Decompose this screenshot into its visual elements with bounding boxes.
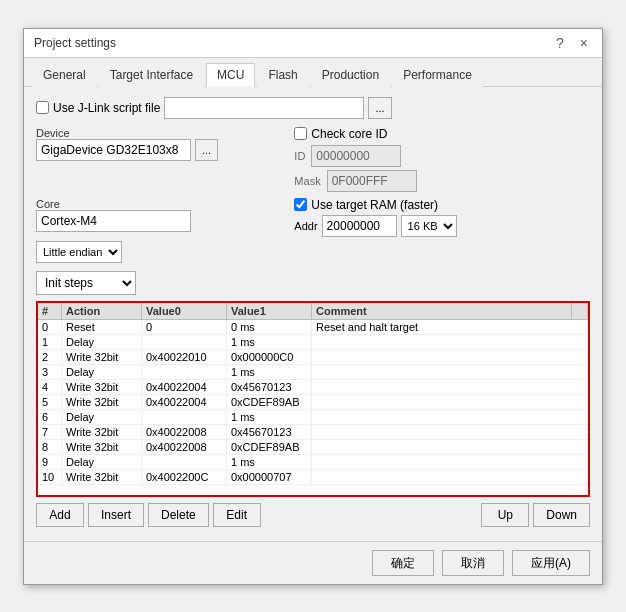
- cell-comment: [312, 455, 588, 469]
- col-header-scroll: [572, 303, 588, 319]
- cell-value0: 0x4002200C: [142, 470, 227, 484]
- cell-action: Write 32bit: [62, 425, 142, 439]
- endian-select[interactable]: Little endian Big endian: [36, 241, 122, 263]
- edit-button[interactable]: Edit: [213, 503, 261, 527]
- cell-action: Write 32bit: [62, 440, 142, 454]
- table-row[interactable]: 6 Delay 1 ms: [38, 410, 588, 425]
- cell-value0: 0x40022004: [142, 395, 227, 409]
- addr-label: Addr: [294, 220, 317, 232]
- cell-comment: [312, 410, 588, 424]
- core-section: Core: [36, 198, 282, 237]
- cell-num: 2: [38, 350, 62, 364]
- init-steps-row: Init steps Exit steps: [36, 271, 590, 295]
- table-header: # Action Value0 Value1 Comment: [38, 303, 588, 320]
- cell-value1: 1 ms: [227, 455, 312, 469]
- cell-value0: 0x40022004: [142, 380, 227, 394]
- table-row[interactable]: 5 Write 32bit 0x40022004 0xCDEF89AB: [38, 395, 588, 410]
- jlink-script-label: Use J-Link script file: [53, 101, 160, 115]
- tab-bar: General Target Interface MCU Flash Produ…: [24, 58, 602, 87]
- insert-button[interactable]: Insert: [88, 503, 144, 527]
- title-bar-controls: ? ×: [552, 35, 592, 51]
- title-bar: Project settings ? ×: [24, 29, 602, 58]
- use-target-ram-checkbox[interactable]: [294, 198, 307, 211]
- table-row[interactable]: 0 Reset 0 0 ms Reset and halt target: [38, 320, 588, 335]
- table-row[interactable]: 2 Write 32bit 0x40022010 0x000000C0: [38, 350, 588, 365]
- size-select[interactable]: 16 KB 8 KB 32 KB 64 KB: [401, 215, 457, 237]
- cell-comment: Reset and halt target: [312, 320, 588, 334]
- check-core-id-checkbox[interactable]: [294, 127, 307, 140]
- cell-action: Write 32bit: [62, 470, 142, 484]
- id-input: [311, 145, 401, 167]
- cell-value1: 0x45670123: [227, 425, 312, 439]
- use-target-ram-section: Use target RAM (faster) Addr 16 KB 8 KB …: [294, 198, 590, 237]
- cell-action: Write 32bit: [62, 350, 142, 364]
- cell-num: 10: [38, 470, 62, 484]
- cell-value0: [142, 410, 227, 424]
- up-button[interactable]: Up: [481, 503, 529, 527]
- ok-button[interactable]: 确定: [372, 550, 434, 576]
- use-target-ram-label: Use target RAM (faster): [311, 198, 438, 212]
- cancel-button[interactable]: 取消: [442, 550, 504, 576]
- jlink-browse-button[interactable]: ...: [368, 97, 391, 119]
- tab-mcu[interactable]: MCU: [206, 63, 255, 87]
- init-steps-select[interactable]: Init steps Exit steps: [36, 271, 136, 295]
- addr-input[interactable]: [322, 215, 397, 237]
- cell-value1: 1 ms: [227, 365, 312, 379]
- cell-value1: 1 ms: [227, 335, 312, 349]
- mask-label: Mask: [294, 175, 320, 187]
- cell-num: 5: [38, 395, 62, 409]
- cell-num: 1: [38, 335, 62, 349]
- tab-general[interactable]: General: [32, 63, 97, 87]
- check-core-section: Check core ID ID Mask: [294, 127, 590, 192]
- jlink-script-checkbox[interactable]: [36, 101, 49, 114]
- cell-value1: 1 ms: [227, 410, 312, 424]
- cell-num: 9: [38, 455, 62, 469]
- tab-performance[interactable]: Performance: [392, 63, 483, 87]
- device-input[interactable]: [36, 139, 191, 161]
- table-row[interactable]: 9 Delay 1 ms: [38, 455, 588, 470]
- cell-value1: 0 ms: [227, 320, 312, 334]
- cell-value0: [142, 455, 227, 469]
- table-row[interactable]: 4 Write 32bit 0x40022004 0x45670123: [38, 380, 588, 395]
- tab-flash[interactable]: Flash: [257, 63, 308, 87]
- down-button[interactable]: Down: [533, 503, 590, 527]
- table-row[interactable]: 3 Delay 1 ms: [38, 365, 588, 380]
- help-button[interactable]: ?: [552, 35, 568, 51]
- cell-value0: [142, 335, 227, 349]
- cell-comment: [312, 395, 588, 409]
- cell-comment: [312, 440, 588, 454]
- table-row[interactable]: 8 Write 32bit 0x40022008 0xCDEF89AB: [38, 440, 588, 455]
- bottom-buttons: 确定 取消 应用(A): [24, 541, 602, 584]
- cell-num: 6: [38, 410, 62, 424]
- cell-value0: [142, 365, 227, 379]
- cell-action: Delay: [62, 410, 142, 424]
- id-label: ID: [294, 150, 305, 162]
- col-header-value0: Value0: [142, 303, 227, 319]
- cell-action: Delay: [62, 455, 142, 469]
- col-header-action: Action: [62, 303, 142, 319]
- cell-comment: [312, 335, 588, 349]
- cell-num: 0: [38, 320, 62, 334]
- cell-comment: [312, 365, 588, 379]
- cell-value1: 0x00000707: [227, 470, 312, 484]
- delete-button[interactable]: Delete: [148, 503, 209, 527]
- table-row[interactable]: 10 Write 32bit 0x4002200C 0x00000707: [38, 470, 588, 485]
- cell-action: Write 32bit: [62, 395, 142, 409]
- close-button[interactable]: ×: [576, 35, 592, 51]
- cell-action: Reset: [62, 320, 142, 334]
- table-row[interactable]: 1 Delay 1 ms: [38, 335, 588, 350]
- jlink-script-input[interactable]: [164, 97, 364, 119]
- add-button[interactable]: Add: [36, 503, 84, 527]
- apply-button[interactable]: 应用(A): [512, 550, 590, 576]
- tab-production[interactable]: Production: [311, 63, 390, 87]
- device-browse-button[interactable]: ...: [195, 139, 218, 161]
- check-core-id-row: Check core ID: [294, 127, 590, 141]
- device-section: Device ...: [36, 127, 282, 192]
- table-body[interactable]: 0 Reset 0 0 ms Reset and halt target 1 D…: [38, 320, 588, 495]
- table-buttons-row: Add Insert Delete Edit Up Down: [36, 503, 590, 527]
- core-input[interactable]: [36, 210, 191, 232]
- init-steps-table: # Action Value0 Value1 Comment 0 Reset 0…: [36, 301, 590, 497]
- tab-target-interface[interactable]: Target Interface: [99, 63, 204, 87]
- cell-num: 4: [38, 380, 62, 394]
- table-row[interactable]: 7 Write 32bit 0x40022008 0x45670123: [38, 425, 588, 440]
